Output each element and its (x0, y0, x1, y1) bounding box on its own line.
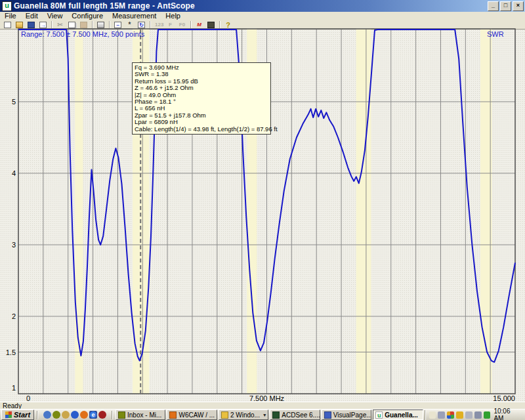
task-button-label: Inbox - Mi... (127, 411, 161, 419)
toolbar-separator (92, 21, 93, 28)
printer-icon (97, 22, 104, 28)
task-button-label: ACDSee 6.... (282, 411, 320, 419)
volume-tray-icon[interactable] (474, 411, 482, 419)
titlebar-controls: _□× (488, 1, 524, 11)
export-button[interactable]: → (37, 21, 49, 29)
print-button[interactable] (95, 21, 106, 29)
function-f-icon: F (167, 22, 174, 28)
chart-button[interactable]: ~ (112, 21, 123, 29)
swr-mode-button[interactable]: M (194, 21, 205, 29)
task-button-label: W6CAW / ... (178, 411, 215, 419)
taskbar-clock: 10:06 AM (492, 408, 521, 420)
refresh-icon: ↻ (138, 22, 145, 28)
menu-item-help[interactable]: Help (161, 12, 185, 20)
firefox-launch-icon[interactable] (80, 411, 88, 419)
task-button-guanella-[interactable]: uGuanella... (373, 410, 423, 420)
visualpage-task-icon (324, 411, 331, 419)
new-button[interactable] (2, 21, 13, 29)
antscope-app-icon: u (2, 1, 12, 11)
opera-launch-icon[interactable] (98, 411, 106, 419)
status-bar: Ready (0, 402, 525, 409)
menu-item-configure[interactable]: Configure (67, 12, 108, 20)
marker-icon (207, 22, 215, 28)
tooltip-line: Cable: Length(1/4) = 43.98 ft, Length(1/… (135, 126, 268, 133)
task-buttons: Inbox - Mi...W6CAW / ...2 Windo...▾ACDSe… (116, 410, 423, 420)
copy-button[interactable] (66, 21, 77, 29)
asterisk-icon: * (126, 22, 133, 28)
media-player-launch-icon[interactable] (71, 411, 79, 419)
freeze-button[interactable]: * (124, 21, 135, 29)
open-folder-icon (16, 22, 23, 28)
display-tray-icon[interactable] (438, 411, 445, 419)
y-tick-label: 3 (4, 241, 16, 249)
paste-icon (80, 22, 87, 28)
open-button[interactable] (14, 21, 25, 29)
mail-task-icon (118, 411, 125, 419)
minimize-button[interactable]: _ (488, 1, 499, 11)
cut-button: ✂ (54, 21, 66, 29)
start-button[interactable]: Start (1, 410, 34, 420)
swr-curve-icon: M (196, 22, 203, 28)
status-text: Ready (3, 402, 22, 410)
title-bar: u Guanella 80M full length 15M range - A… (0, 0, 525, 12)
taskbar-separator (37, 411, 38, 419)
antivirus-tray-icon[interactable] (484, 411, 491, 419)
measurement-tooltip: Fq = 3.690 MHzSWR = 1.38Return loss = 15… (132, 62, 271, 135)
func-f-button: F (165, 21, 176, 29)
start-label: Start (14, 411, 30, 419)
help-button[interactable]: ? (222, 21, 234, 29)
toolbar-separator (190, 21, 192, 28)
taskbar-separator (112, 411, 113, 419)
swr-axis-title: SWR (487, 30, 504, 38)
paste-button (78, 21, 89, 29)
numeric-button: 123 (153, 21, 164, 29)
acdsee-task-icon (272, 411, 280, 419)
help-icon: ? (224, 22, 232, 28)
toolbar-separator (109, 21, 110, 28)
mail-tray-icon[interactable] (429, 411, 436, 419)
ie-swoosh-launch-icon[interactable] (43, 411, 51, 419)
marker-button[interactable] (205, 21, 217, 29)
menu-item-view[interactable]: View (43, 12, 68, 20)
task-button-w6caw-[interactable]: W6CAW / ... (167, 410, 217, 420)
menu-item-measurement[interactable]: Measurement (108, 12, 161, 20)
restore-button[interactable]: □ (500, 1, 511, 11)
y-tick-label: 1.5 (4, 348, 16, 356)
window-title: Guanella 80M full length 15M range - Ant… (14, 1, 195, 10)
task-button-2-windo-[interactable]: 2 Windo...▾ (219, 410, 268, 420)
menu-bar: FileEditViewConfigureMeasurementHelp (0, 12, 525, 21)
task-button-acdsee-6-[interactable]: ACDSee 6.... (270, 410, 320, 420)
system-tray: 10:06 AM (425, 410, 524, 420)
toolbar: →✂~*↻123FF0M? (0, 20, 525, 30)
y-tick-label: 4 (4, 169, 16, 177)
quick-launch-bar: e (41, 411, 109, 419)
clock-tray-icon[interactable] (456, 411, 463, 419)
quad-color-tray-icon[interactable] (447, 411, 454, 419)
line-chart-icon: ~ (114, 22, 121, 28)
antscope-task-icon: u (375, 411, 383, 419)
firefox-task-icon (169, 411, 177, 419)
show-desktop-launch-icon[interactable] (62, 411, 70, 419)
mail-launch-icon[interactable] (52, 411, 60, 419)
menu-item-edit[interactable]: Edit (21, 12, 43, 20)
menu-item-file[interactable]: File (0, 12, 21, 20)
toolbar-separator (51, 21, 52, 28)
ie-launch-icon[interactable]: e (89, 411, 97, 419)
toolbar-separator (150, 21, 151, 28)
dropdown-arrow-icon[interactable]: ▾ (263, 412, 266, 418)
windows-flag-icon (5, 411, 12, 419)
task-button-inbox-mi-[interactable]: Inbox - Mi... (116, 410, 165, 420)
y-tick-label: 1 (4, 384, 16, 392)
messenger-tray-icon[interactable] (465, 411, 472, 419)
y-tick-label: 2 (4, 312, 16, 320)
save-button[interactable] (26, 21, 37, 29)
taskbar: Start e Inbox - Mi...W6CAW / ...2 Windo.… (0, 409, 525, 420)
refresh-button[interactable]: ↻ (136, 21, 147, 29)
copy-icon (68, 22, 75, 28)
task-button-visualpage-[interactable]: VisualPage... (322, 410, 371, 420)
save-disk-icon (28, 22, 35, 28)
task-button-label: VisualPage... (333, 411, 371, 419)
close-button[interactable]: × (513, 1, 524, 11)
func-f0-button: F0 (177, 21, 188, 29)
folder-task-icon (221, 411, 228, 419)
